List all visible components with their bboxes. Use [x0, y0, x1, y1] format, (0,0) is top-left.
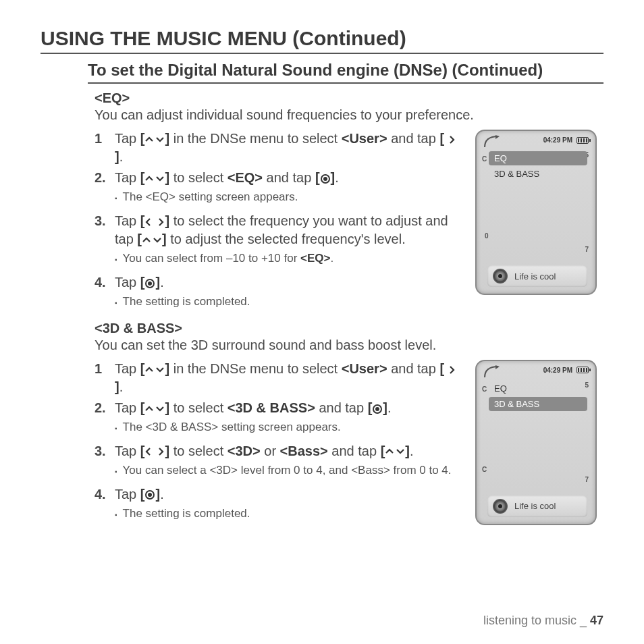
scale-c: C [482, 155, 487, 163]
now-playing-bar: Life is cool [487, 495, 587, 517]
step-number: 3. [95, 212, 115, 271]
now-playing-bar: Life is cool [487, 265, 587, 287]
bass-desc: You can set the 3D surround sound and ba… [95, 338, 603, 353]
up-down-icon [144, 136, 165, 144]
device-arc-icon [483, 365, 500, 379]
right-icon [448, 135, 456, 144]
step-number: 1 [95, 360, 115, 396]
bass-step-3: 3. Tap [] to select <3D> or <Bass> and t… [95, 442, 463, 483]
step-number: 2. [95, 169, 115, 209]
eq-step-3-note: You can select from –10 to +10 for <EQ>. [115, 251, 463, 267]
left-right-icon [144, 217, 165, 227]
disc-icon [493, 269, 508, 284]
page-footer: listening to music _ 47 [483, 614, 603, 628]
bass-step-4-note: The setting is completed. [115, 506, 463, 522]
scale-c2: C [482, 466, 487, 473]
song-title: Life is cool [514, 271, 556, 281]
eq-step-3: 3. Tap [] to select the frequency you wa… [95, 212, 463, 271]
up-down-icon [144, 405, 165, 413]
bass-step-2-note: The <3D & BASS> setting screen appears. [115, 420, 463, 435]
device-menu-eq: EQ [489, 151, 587, 165]
device-menu-bass: 3D & BASS [489, 397, 587, 411]
device-menu-bass: 3D & BASS [489, 167, 587, 181]
scale-0: 0 [485, 232, 489, 240]
bass-step-3-note: You can select a <3D> level from 0 to 4,… [115, 463, 463, 479]
left-right-icon [144, 447, 165, 456]
device-screenshot-eq: 04:29 PM C 5 0 7 EQ 3D & BASS Life is co… [475, 130, 597, 295]
scale-7: 7 [585, 246, 589, 253]
device-clock: 04:29 PM [543, 367, 572, 374]
eq-desc: You can adjust individual sound frequenc… [95, 107, 603, 123]
heading-rule [41, 53, 603, 54]
page-heading: USING THE MUSIC MENU (Continued) [41, 27, 603, 50]
device-menu-eq: EQ [489, 381, 587, 396]
eq-label: <EQ> [95, 90, 603, 106]
scale-7: 7 [585, 476, 589, 483]
device-arc-icon [483, 135, 500, 149]
disc-icon [493, 499, 508, 514]
bass-step-1: 1 Tap [] in the DNSe menu to select <Use… [95, 360, 463, 396]
song-title: Life is cool [514, 501, 556, 511]
select-icon [372, 404, 383, 414]
bass-step-2: 2. Tap [] to select <3D & BASS> and tap … [95, 399, 463, 439]
eq-step-4-note: The setting is completed. [115, 294, 463, 310]
step-number: 4. [95, 485, 115, 526]
step-number: 3. [95, 442, 115, 483]
up-down-icon [385, 448, 405, 456]
select-icon [144, 278, 155, 289]
battery-icon [576, 367, 589, 373]
battery-icon [576, 137, 589, 144]
step-number: 1 [95, 130, 115, 166]
right-icon [448, 365, 456, 375]
subheading-rule [88, 82, 603, 84]
eq-step-4: 4. Tap []. The setting is completed. [95, 273, 463, 314]
scale-c: C [482, 385, 487, 393]
select-icon [144, 489, 155, 500]
up-down-icon [144, 175, 165, 183]
device-screenshot-bass: 04:29 PM C 5 C 7 EQ 3D & BASS Life is co… [475, 360, 597, 525]
bass-label: <3D & BASS> [95, 321, 603, 336]
step-number: 4. [95, 273, 115, 314]
device-clock: 04:29 PM [543, 136, 572, 144]
up-down-icon [144, 366, 165, 374]
eq-step-2: 2. Tap [] to select <EQ> and tap []. The… [95, 169, 463, 209]
eq-step-2-note: The <EQ> setting screen appears. [115, 190, 463, 205]
select-icon [320, 173, 331, 184]
section-heading: To set the Digital Natural Sound engine … [88, 61, 603, 80]
step-number: 2. [95, 399, 115, 439]
up-down-icon [142, 236, 162, 244]
eq-step-1: 1 Tap [] in the DNSe menu to select <Use… [95, 130, 463, 166]
bass-step-4: 4. Tap []. The setting is completed. [95, 485, 463, 526]
